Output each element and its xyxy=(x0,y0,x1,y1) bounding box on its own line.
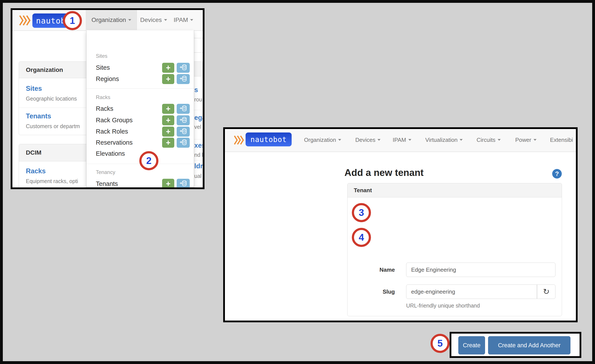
menu-section-sites: Sites xyxy=(96,53,107,59)
racks-desc-line2: group xyxy=(26,186,40,189)
chevron-down-icon xyxy=(498,139,501,141)
slug-label: Slug xyxy=(347,288,395,295)
sites-desc: Geographic locations xyxy=(26,96,77,102)
create-and-add-another-button[interactable]: Create and Add Another xyxy=(488,336,570,354)
menu-item-rack-groups[interactable]: Rack Groups xyxy=(96,117,133,124)
panel-title: Organization xyxy=(26,66,63,73)
menu-item-sites[interactable]: Sites xyxy=(96,64,110,71)
chevron-down-icon xyxy=(533,139,537,141)
menu-item-regions[interactable]: Regions xyxy=(96,75,119,83)
page-title: Add a new tenant xyxy=(344,167,424,178)
database-import-icon xyxy=(179,75,187,83)
database-import-icon xyxy=(179,180,187,188)
refresh-icon: ↻ xyxy=(543,287,549,296)
panel-title: DCIM xyxy=(26,149,42,156)
form-actions-box: Create Create and Add Another xyxy=(450,332,581,358)
nav-circuits[interactable]: Circuits xyxy=(477,129,501,151)
tenant-form-panel: Tenant Name Slug ↻ URL-friendly unique s… xyxy=(347,183,562,316)
name-label: Name xyxy=(347,266,395,273)
import-regions-button[interactable] xyxy=(177,74,190,84)
menu-item-reservations[interactable]: Reservations xyxy=(96,139,133,146)
nav-devices[interactable]: Devices xyxy=(355,129,381,151)
add-rack-groups-button[interactable]: + xyxy=(162,115,174,125)
add-sites-button[interactable]: + xyxy=(162,63,174,73)
tenant-panel-header: Tenant xyxy=(347,183,562,197)
nav-organization[interactable]: Organization xyxy=(86,10,137,30)
racks-link[interactable]: Racks xyxy=(26,167,46,175)
sites-link[interactable]: Sites xyxy=(26,85,42,92)
screenshot-add-tenant-form: nautobot Organization Devices IPAM Virtu… xyxy=(223,127,578,322)
slug-help-text: URL-friendly unique shorthand xyxy=(406,302,480,309)
nav-virtualization[interactable]: Virtualization xyxy=(425,129,463,151)
import-reservations-button[interactable] xyxy=(177,138,190,148)
menu-section-racks: Racks xyxy=(96,94,110,100)
menu-item-elevations[interactable]: Elevations xyxy=(96,150,125,157)
menu-section-tenancy: Tenancy xyxy=(96,169,115,175)
menu-item-racks[interactable]: Racks xyxy=(96,105,113,112)
slug-input[interactable] xyxy=(406,285,537,299)
menu-item-tenants[interactable]: Tenants xyxy=(96,180,118,187)
regenerate-slug-button[interactable]: ↻ xyxy=(537,285,555,299)
chevron-down-icon xyxy=(377,139,381,141)
import-sites-button[interactable] xyxy=(177,63,190,73)
database-import-icon xyxy=(179,116,187,124)
callout-3: 3 xyxy=(352,203,371,222)
nautobot-chevrons-icon xyxy=(234,135,244,146)
link-fragment[interactable]: s xyxy=(194,86,198,94)
help-icon[interactable]: ? xyxy=(552,169,562,179)
callout-1: 1 xyxy=(63,11,82,30)
chevron-down-icon xyxy=(460,139,463,141)
tenants-desc: Customers or departm xyxy=(26,123,80,129)
racks-desc: Equipment racks, opti xyxy=(26,178,78,184)
link-fragment[interactable]: ldr xyxy=(194,162,203,170)
navbar: nautobot Organization Devices IPAM Virtu… xyxy=(225,129,576,152)
navbar: nautobot Organization Devices IPAM xyxy=(12,10,203,31)
nav-ipam[interactable]: IPAM xyxy=(174,10,193,30)
desc-fragment: ual xyxy=(194,173,201,179)
database-import-icon xyxy=(179,128,187,135)
chevron-down-icon xyxy=(164,19,167,21)
callout-2: 2 xyxy=(139,151,158,170)
create-button[interactable]: Create xyxy=(458,336,485,354)
panel-title: Tenant xyxy=(354,187,372,194)
link-fragment[interactable]: ega xyxy=(194,114,205,122)
tutorial-canvas: nautobot Organization Devices IPAM Organ… xyxy=(0,0,595,364)
nautobot-logo[interactable]: nautobot xyxy=(246,133,292,146)
import-racks-button[interactable] xyxy=(177,104,190,114)
group-select[interactable]: --------- xyxy=(406,322,555,322)
chevron-down-icon xyxy=(128,19,131,21)
tenants-link[interactable]: Tenants xyxy=(26,112,51,120)
nav-organization[interactable]: Organization xyxy=(304,129,341,151)
import-rack-roles-button[interactable] xyxy=(177,127,190,137)
database-import-icon xyxy=(179,139,187,147)
import-tenants-button[interactable] xyxy=(177,179,190,189)
chevron-down-icon xyxy=(338,139,341,141)
callout-4: 4 xyxy=(352,228,371,247)
import-rack-groups-button[interactable] xyxy=(177,115,190,125)
screenshot-organization-menu: nautobot Organization Devices IPAM Organ… xyxy=(11,8,205,189)
menu-item-rack-roles[interactable]: Rack Roles xyxy=(96,128,128,135)
nav-devices[interactable]: Devices xyxy=(140,10,167,30)
desc-fragment: vel l xyxy=(194,124,204,130)
add-racks-button[interactable]: + xyxy=(162,104,174,114)
add-tenants-button[interactable]: + xyxy=(162,179,174,189)
add-rack-roles-button[interactable]: + xyxy=(162,127,174,137)
menu-divider xyxy=(86,88,194,89)
add-reservations-button[interactable]: + xyxy=(162,138,174,148)
nav-power[interactable]: Power xyxy=(515,129,537,151)
callout-5: 5 xyxy=(431,334,450,353)
desc-fragment: rou xyxy=(194,96,202,103)
database-import-icon xyxy=(179,64,187,72)
chevron-down-icon xyxy=(408,139,411,141)
name-input[interactable] xyxy=(406,263,555,277)
nav-ipam[interactable]: IPAM xyxy=(393,129,411,151)
database-import-icon xyxy=(179,105,187,113)
desc-fragment: nd l xyxy=(194,152,203,158)
nav-extensibility[interactable]: Extensibi xyxy=(550,129,573,151)
chevron-down-icon xyxy=(190,19,193,21)
nautobot-chevrons-icon xyxy=(19,15,31,27)
add-regions-button[interactable]: + xyxy=(162,74,174,84)
link-fragment[interactable]: xes xyxy=(194,142,205,149)
